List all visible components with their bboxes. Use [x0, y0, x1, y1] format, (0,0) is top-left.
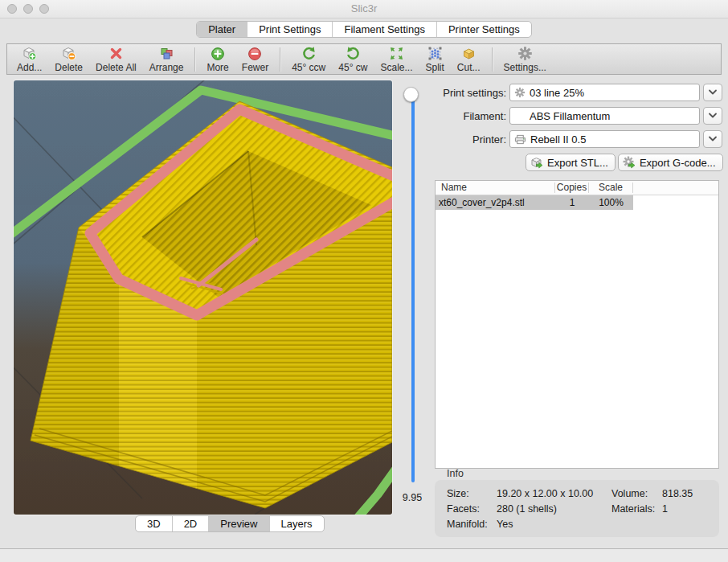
- toolbar-label: Scale...: [380, 62, 412, 73]
- toolbar-separator: [280, 47, 280, 72]
- plater-3d-viewport[interactable]: [14, 80, 392, 515]
- object-table: NameCopiesScale xt60_cover_v2p4.stl1100%: [435, 180, 719, 469]
- delete-object-icon: [61, 46, 76, 62]
- toolbar-label: 45° ccw: [292, 62, 325, 73]
- title-bar[interactable]: Slic3r: [0, 0, 728, 18]
- export-gcode-icon: [623, 156, 636, 170]
- print-settings-combobox[interactable]: 03 line 25%: [509, 84, 700, 101]
- printer-combobox[interactable]: Rebell II 0.5: [509, 130, 700, 148]
- view-tab-3d[interactable]: 3D: [136, 516, 173, 531]
- toolbar-label: Delete All: [96, 62, 137, 73]
- info-row: Manifold:Yes: [447, 516, 719, 531]
- toolbar-button-scale[interactable]: Scale...: [374, 45, 419, 74]
- toolbar-label: 45° cw: [338, 62, 367, 73]
- settings-icon: [517, 46, 533, 62]
- printer-value: Rebell II 0.5: [530, 133, 586, 146]
- view-tabs: 3D2DPreviewLayers: [135, 515, 325, 532]
- toolbar-button-settings[interactable]: Settings...: [497, 45, 553, 74]
- toolbar-button-fewer[interactable]: Fewer: [235, 45, 275, 74]
- arrange-icon: [159, 46, 174, 62]
- table-cell: 1: [555, 197, 589, 208]
- info-value-size: 19.20 x 12.00 x 10.00: [497, 488, 611, 499]
- view-tab-preview[interactable]: Preview: [209, 516, 269, 531]
- info-value-volume: 818.35: [662, 488, 719, 499]
- toolbar-separator: [194, 47, 195, 72]
- toolbar-button-split[interactable]: Split: [419, 45, 450, 74]
- toolbar-label: More: [207, 62, 228, 73]
- table-row[interactable]: xt60_cover_v2p4.stl1100%: [436, 195, 633, 210]
- preset-panel: Print settings:03 line 25%Filament:ABS F…: [434, 84, 722, 171]
- object-table-header: NameCopiesScale: [436, 181, 718, 195]
- toolbar-label: Cut...: [457, 62, 481, 73]
- cut-icon: [461, 46, 476, 62]
- toolbar-button-45-ccw[interactable]: 45° ccw: [285, 45, 332, 74]
- info-label-size: Size:: [447, 488, 497, 499]
- info-row: Size:19.20 x 12.00 x 10.00Volume:818.35: [447, 486, 719, 501]
- combo-spacer: [514, 110, 526, 121]
- more-icon: [211, 46, 225, 62]
- tab-printer-settings[interactable]: Printer Settings: [437, 22, 531, 37]
- chevron-down-icon: [708, 113, 718, 119]
- tab-filament-settings[interactable]: Filament Settings: [333, 22, 436, 37]
- layer-slider-track[interactable]: [411, 95, 415, 482]
- tab-plater[interactable]: Plater: [197, 22, 247, 37]
- column-header-scale[interactable]: Scale: [589, 183, 633, 193]
- slic3r-window: Slic3r PlaterPrint SettingsFilament Sett…: [0, 0, 728, 562]
- toolbar-button-more[interactable]: More: [200, 45, 235, 74]
- view-tab-2d[interactable]: 2D: [173, 516, 210, 531]
- print-settings-dropdown-button[interactable]: [703, 84, 722, 101]
- info-label-volume: Volume:: [611, 488, 662, 499]
- info-value-manifold: Yes: [497, 519, 611, 530]
- preview-scene: [14, 80, 392, 515]
- view-tab-layers[interactable]: Layers: [270, 516, 324, 531]
- info-row: Facets:280 (1 shells)Materials:1: [447, 501, 719, 516]
- toolbar-label: Delete: [55, 62, 83, 73]
- info-label-manifold: Manifold:: [447, 519, 497, 530]
- add-object-icon: [22, 46, 37, 62]
- info-label-materials: Materials:: [611, 503, 662, 515]
- layer-slider: 9.95: [392, 80, 434, 515]
- scale-icon: [389, 46, 404, 62]
- info-section-title: Info: [447, 468, 464, 479]
- export-g-code-button[interactable]: Export G-code...: [618, 154, 723, 171]
- filament-dropdown-button[interactable]: [703, 107, 722, 125]
- toolbar-button-cut[interactable]: Cut...: [451, 45, 487, 74]
- filament-combobox[interactable]: ABS Fillamentum: [509, 107, 700, 125]
- printer-label: Printer:: [434, 133, 509, 146]
- window-title: Slic3r: [0, 2, 728, 14]
- info-box: Size:19.20 x 12.00 x 10.00Volume:818.35F…: [435, 480, 719, 537]
- button-label: Export G-code...: [640, 157, 716, 169]
- column-header-copies[interactable]: Copies: [555, 183, 589, 193]
- info-label-facets: Facets:: [447, 503, 497, 515]
- tab-print-settings[interactable]: Print Settings: [247, 22, 333, 37]
- button-label: Export STL...: [547, 157, 608, 169]
- gear-icon: [514, 87, 526, 98]
- toolbar-button-arrange[interactable]: Arrange: [143, 45, 190, 74]
- filament-label: Filament:: [434, 110, 509, 122]
- delete-all-icon: [108, 46, 124, 62]
- print-settings-label: Print settings:: [434, 87, 509, 99]
- toolbar-button-delete-all[interactable]: Delete All: [89, 45, 143, 74]
- export-stl-button[interactable]: Export STL...: [526, 154, 616, 171]
- info-value-facets: 280 (1 shells): [497, 503, 611, 515]
- printer-icon: [514, 133, 526, 146]
- toolbar-label: Split: [425, 62, 444, 73]
- column-header-name[interactable]: Name: [436, 183, 555, 193]
- export-buttons-row: Export STL...Export G-code...: [526, 154, 722, 171]
- window-bottom-edge: [0, 549, 728, 562]
- toolbar: Add... DeleteDelete All Arrange More Few…: [6, 43, 722, 75]
- table-cell: 100%: [589, 197, 633, 208]
- toolbar-button-45-cw[interactable]: 45° cw: [332, 45, 374, 74]
- toolbar-button-add[interactable]: Add...: [10, 45, 48, 74]
- toolbar-label: Settings...: [504, 62, 546, 73]
- toolbar-label: Arrange: [149, 62, 184, 73]
- layer-slider-thumb[interactable]: [403, 87, 419, 102]
- toolbar-button-delete[interactable]: Delete: [48, 45, 89, 74]
- rotate-cw-icon: [346, 46, 361, 62]
- preset-row-print-settings: Print settings:03 line 25%: [434, 84, 722, 101]
- view-tab-bar: 3D2DPreviewLayers: [135, 515, 325, 532]
- info-value-materials: 1: [662, 503, 719, 515]
- toolbar-separator: [492, 47, 493, 72]
- chevron-down-icon: [708, 89, 718, 96]
- printer-dropdown-button[interactable]: [703, 130, 722, 148]
